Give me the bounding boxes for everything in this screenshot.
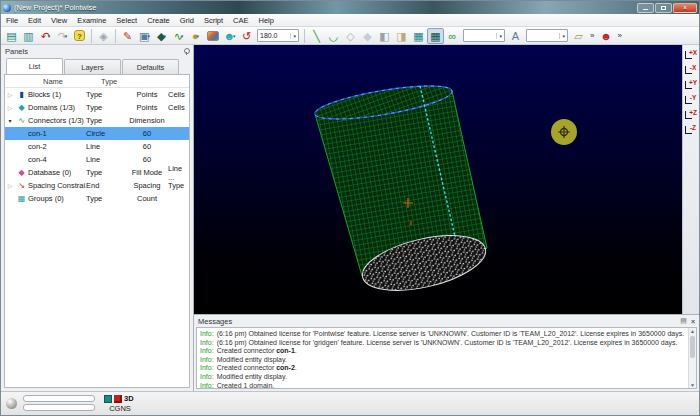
render-ball-icon[interactable]: ●▾: [187, 28, 204, 44]
unstructured-grid-icon[interactable]: ▦: [427, 28, 444, 44]
entity-col2: Type: [86, 90, 126, 99]
save-icon[interactable]: ▤: [3, 28, 20, 44]
viewport-canvas: [194, 45, 682, 314]
create-line-icon[interactable]: ╲: [308, 28, 325, 44]
help-icon[interactable]: ?: [71, 28, 88, 44]
messages-close-icon[interactable]: ×: [691, 318, 695, 325]
close-button[interactable]: ×: [673, 3, 697, 13]
dropdown-caret[interactable]: ▾: [163, 33, 166, 39]
entity-col3: Dimension: [126, 116, 168, 125]
rotation-angle-combo[interactable]: 180.0▾: [257, 29, 299, 42]
expander-icon[interactable]: ▷: [5, 91, 15, 98]
tree-row-connectors-1-3[interactable]: ▾∿Connectors (1/3)TypeDimension: [5, 114, 189, 127]
mask-red-icon[interactable]: ☻: [597, 28, 614, 44]
tree-row-con-1[interactable]: con-1Circle60: [5, 127, 189, 140]
view-plusminus-y-button[interactable]: +Y: [684, 77, 698, 90]
tree-row-domains-1-3[interactable]: ▷◆Domains (1/3)TypePointsCells: [5, 101, 189, 114]
view-minus-y-button[interactable]: -Y: [684, 92, 698, 105]
solid-icon[interactable]: ◆: [359, 28, 376, 44]
extrude-icon[interactable]: ◧: [376, 28, 393, 44]
dropdown-caret[interactable]: ▾: [48, 33, 51, 39]
view-plusminus-x-button[interactable]: +X: [684, 47, 698, 60]
connector-link-icon[interactable]: ∞: [444, 28, 461, 44]
menu-edit[interactable]: Edit: [23, 14, 46, 26]
message-line: Info:Modified entity display.: [200, 373, 685, 382]
surface-icon[interactable]: ◇: [342, 28, 359, 44]
tree-row-con-4[interactable]: con-4Line60: [5, 153, 189, 166]
view-minus-x-button[interactable]: -X: [684, 62, 698, 75]
redo-icon[interactable]: ↷▾: [54, 28, 71, 44]
minimize-button[interactable]: [637, 3, 654, 13]
solver-label: CGNS: [101, 404, 139, 413]
image-icon[interactable]: [204, 28, 221, 44]
save-icon: ▤: [6, 28, 16, 44]
layers-icon[interactable]: ▱: [570, 28, 587, 44]
entity-col4: Cells: [168, 90, 189, 99]
toolbar-overflow-chevron-2[interactable]: »: [614, 31, 624, 40]
tab-list[interactable]: List: [6, 58, 63, 74]
menu-examine[interactable]: Examine: [72, 14, 111, 26]
undo-icon[interactable]: ↶▾: [37, 28, 54, 44]
menu-view[interactable]: View: [46, 14, 72, 26]
menu-help[interactable]: Help: [253, 14, 278, 26]
print-icon[interactable]: ▤: [680, 317, 687, 325]
tree-row-spacing-constrai[interactable]: ▷↘Spacing Constrai...EndSpacingType: [5, 179, 189, 192]
light-source-icon[interactable]: ◈: [95, 28, 112, 44]
toolbar-overflow-chevron[interactable]: »: [587, 31, 597, 40]
view-plusminus-z-button[interactable]: +Z: [684, 107, 698, 120]
tree-row-database-0[interactable]: ◆Database (0)TypeFill ModeLine ...: [5, 166, 189, 179]
messages-scrollbar[interactable]: ▲ ▼: [688, 328, 696, 388]
menu-file[interactable]: File: [1, 14, 23, 26]
scrollbar-thumb[interactable]: [690, 336, 695, 358]
entity-name: Database (0): [28, 168, 86, 177]
menu-cae[interactable]: CAE: [228, 14, 253, 26]
create-curve-icon[interactable]: ◡: [325, 28, 342, 44]
menu-script[interactable]: Script: [199, 14, 228, 26]
structured-grid-icon[interactable]: ▦: [410, 28, 427, 44]
structured-grid-icon: ▦: [413, 28, 423, 44]
dropdown-caret[interactable]: ▾: [233, 33, 236, 39]
tab-layers[interactable]: Layers: [64, 59, 121, 74]
dropdown-caret[interactable]: ▾: [181, 33, 184, 39]
entity-name: Blocks (1): [28, 90, 86, 99]
pin-icon[interactable]: [182, 48, 189, 55]
entity-col3: Spacing: [126, 181, 168, 190]
tab-defaults[interactable]: Defaults: [122, 59, 179, 74]
revolve-icon[interactable]: ◨: [393, 28, 410, 44]
expander-icon[interactable]: ▷: [5, 182, 15, 189]
dimension-label-icon[interactable]: A: [507, 28, 524, 44]
rotation-speed-icon[interactable]: ↺: [238, 28, 255, 44]
tree-row-groups-0[interactable]: ▦Groups (0)TypeCount: [5, 192, 189, 205]
tree-row-blocks-1[interactable]: ▷▮Blocks (1)TypePointsCells: [5, 88, 189, 101]
entity-col2: Type: [86, 194, 126, 203]
create-curve-icon: ◡: [329, 28, 339, 44]
dimension-combo[interactable]: ▾: [526, 29, 568, 42]
menu-select[interactable]: Select: [111, 14, 142, 26]
view-minus-z-button[interactable]: -Z: [684, 122, 698, 135]
surface-icon: ◇: [346, 28, 354, 44]
expander-icon[interactable]: ▷: [5, 104, 15, 111]
dropdown-caret[interactable]: ▾: [197, 33, 200, 39]
wireframe-cube-icon[interactable]: ▣▾: [136, 28, 153, 44]
solver-cube-icon: [114, 395, 122, 403]
expander-icon[interactable]: ▾: [5, 117, 15, 124]
dropdown-caret[interactable]: ▾: [147, 33, 150, 39]
viewport-3d[interactable]: [194, 45, 682, 314]
paintbrush-icon[interactable]: ✎: [119, 28, 136, 44]
dropdown-caret[interactable]: ▾: [65, 33, 68, 39]
import-icon[interactable]: ▥: [20, 28, 37, 44]
tree-row-con-2[interactable]: con-2Line60: [5, 140, 189, 153]
grid-type-combo[interactable]: ▾: [463, 29, 505, 42]
maximize-button[interactable]: [655, 3, 672, 13]
entity-col2: Circle: [86, 129, 126, 138]
spline-icon[interactable]: ∿▾: [170, 28, 187, 44]
entity-col4: Line ...: [168, 164, 189, 182]
entity-name: con-4: [28, 155, 86, 164]
menu-create[interactable]: Create: [142, 14, 175, 26]
message-line: Info:Created 1 domain.: [200, 382, 685, 388]
message-severity: Info:: [200, 330, 214, 337]
shaded-entity-icon[interactable]: ◆▾: [153, 28, 170, 44]
menu-grid[interactable]: Grid: [175, 14, 199, 26]
mask-cyan-icon[interactable]: ☻▾: [221, 28, 238, 44]
title-bar[interactable]: (New Project)* Pointwise ×: [1, 1, 699, 14]
